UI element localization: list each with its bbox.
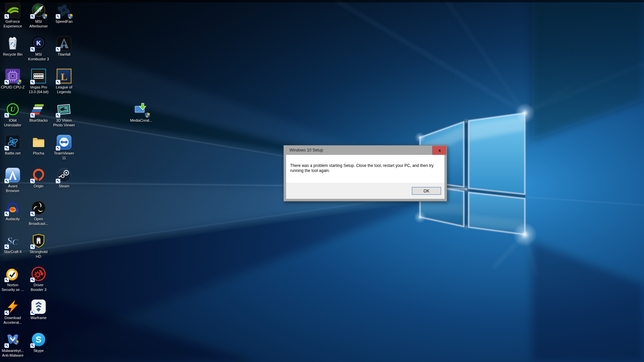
desktop-icon-3d-vision-photo-viewer[interactable]: 3D VisionPhoto Viewer	[51, 102, 77, 127]
dialog-titlebar[interactable]: Windows 10 Setup x	[284, 145, 447, 155]
desktop-icon-geforce-experience[interactable]: GeForceExperience	[0, 3, 25, 28]
desktop-icon-origin[interactable]: Origin	[26, 167, 51, 188]
shortcut-arrow-icon	[4, 278, 9, 282]
mediacreationtool-icon	[133, 102, 149, 117]
desktop-icon-download-accelerator[interactable]: DownloadAccelerat...	[0, 299, 25, 325]
desktop-icon-stronghold-hd[interactable]: StrongholdHD	[26, 233, 51, 259]
desktop-icon-msi-kombustor-3[interactable]: KMSIKombustor 3	[26, 36, 51, 61]
shortcut-arrow-icon	[30, 179, 35, 183]
desktop-icon-norton-security[interactable]: NortonSecurity se ...	[0, 266, 25, 292]
plocha-folder-icon	[31, 134, 46, 150]
desktop-icon-msi-afterburner[interactable]: MSIAfterburner	[26, 3, 51, 28]
desktop-icon-audacity[interactable]: Audacity	[0, 200, 25, 221]
recycle-bin-icon	[5, 36, 20, 51]
close-button[interactable]: x	[432, 146, 446, 155]
dialog-message-line2: running the tool again.	[290, 168, 440, 173]
shortcut-arrow-icon	[4, 244, 9, 249]
icon-label: MSIAfterburner	[26, 19, 51, 28]
icon-label: OpenBroadcast...	[26, 217, 51, 226]
shortcut-arrow-icon	[56, 80, 60, 84]
shortcut-arrow-icon	[56, 47, 60, 52]
icon-label: GeForceExperience	[0, 19, 25, 28]
shortcut-arrow-icon	[30, 244, 35, 249]
dialog-windows-10-setup: Windows 10 Setup x There was a problem s…	[283, 145, 447, 201]
icon-label: Malwarebyt...Anti-Malware	[0, 348, 25, 358]
titanfall-icon	[56, 36, 72, 51]
bluestacks-icon	[31, 102, 46, 117]
geforce-experience-icon	[5, 3, 20, 18]
battle-net-icon	[5, 134, 20, 150]
icon-label: StrongholdHD	[26, 249, 51, 259]
icon-label: League ofLegends	[51, 85, 77, 94]
icon-label: Steam	[51, 184, 77, 188]
avant-browser-icon	[5, 167, 20, 183]
shortcut-arrow-icon	[4, 14, 9, 19]
shortcut-arrow-icon	[56, 179, 60, 183]
desktop-icon-steam[interactable]: Steam	[51, 167, 77, 188]
warframe-icon	[31, 299, 46, 314]
desktop-icon-plocha-folder[interactable]: Plocha	[26, 134, 51, 156]
shortcut-arrow-icon	[30, 47, 35, 52]
desktop-icon-driver-booster-3[interactable]: DriverBooster 3	[26, 266, 51, 292]
shortcut-arrow-icon	[4, 146, 9, 150]
desktop-icon-vegas-pro[interactable]: Vegas Pro13.0 (64-bit)	[26, 68, 51, 94]
icon-label: TeamViewer11	[51, 151, 77, 160]
teamviewer-11-icon	[56, 134, 72, 150]
uac-shield-icon	[42, 13, 48, 19]
desktop-icon-starcraft-ii[interactable]: SCStarCraft II	[0, 233, 25, 254]
desktop-icon-titanfall[interactable]: Titanfall	[51, 36, 77, 57]
icon-label: SpeedFan	[51, 19, 77, 24]
desktop-icon-recycle-bin[interactable]: Recycle Bin	[0, 36, 25, 57]
open-broadcaster-icon	[31, 200, 46, 216]
icon-label: MediaCreat...	[128, 118, 154, 123]
shortcut-arrow-icon	[30, 278, 35, 282]
desktop-icon-malwarebytes[interactable]: Malwarebyt...Anti-Malware	[0, 332, 25, 358]
icon-label: BlueStacks	[26, 118, 51, 123]
desktop-icon-warframe[interactable]: Warframe	[26, 299, 51, 320]
icon-label: MSIKombustor 3	[26, 52, 51, 61]
uac-shield-icon	[67, 13, 73, 19]
icon-label: Battle.net	[0, 151, 25, 156]
desktop-icon-teamviewer-11[interactable]: TeamViewer11	[51, 134, 77, 160]
shortcut-arrow-icon	[30, 113, 35, 118]
icon-label: Vegas Pro13.0 (64-bit)	[26, 85, 51, 94]
dialog-message: There was a problem starting Setup. Clos…	[286, 155, 444, 183]
vegas-pro-icon	[31, 68, 46, 84]
icon-label: 3D VisionPhoto Viewer	[51, 118, 77, 127]
ok-button[interactable]: OK	[412, 187, 441, 195]
svg-text:C: C	[12, 237, 18, 247]
svg-text:S: S	[36, 335, 41, 345]
icon-label: Recycle Bin	[0, 52, 25, 57]
icon-label: IObitUninstaller	[0, 118, 25, 127]
download-accelerator-icon	[5, 299, 20, 314]
desktop-icon-cpuid-cpu-z[interactable]: CPUID CPU-Z	[0, 68, 25, 89]
desktop-icon-speedfan[interactable]: SpeedFan	[51, 3, 77, 24]
driver-booster-3-icon	[31, 266, 46, 282]
icon-label: NortonSecurity se ...	[0, 283, 25, 292]
desktop-icon-avant-browser[interactable]: AvantBrowser	[0, 167, 25, 193]
shortcut-arrow-icon	[4, 80, 9, 84]
desktop[interactable]: GeForceExperienceMSIAfterburnerSpeedFanR…	[0, 0, 644, 362]
shortcut-arrow-icon	[30, 310, 35, 315]
malwarebytes-icon	[5, 332, 20, 347]
shortcut-arrow-icon	[4, 113, 9, 118]
desktop-icon-iobit-uninstaller[interactable]: UIObitUninstaller	[0, 102, 25, 127]
shortcut-arrow-icon	[30, 212, 35, 216]
icon-label: CPUID CPU-Z	[0, 85, 25, 89]
shortcut-arrow-icon	[4, 310, 9, 315]
desktop-icon-mediacreationtool[interactable]: MediaCreat...	[128, 102, 154, 123]
desktop-icon-league-of-legends[interactable]: LLeague ofLegends	[51, 68, 77, 94]
desktop-icon-battle-net[interactable]: Battle.net	[0, 134, 25, 156]
3d-vision-photo-viewer-icon	[56, 102, 72, 117]
close-icon: x	[438, 148, 441, 153]
norton-security-icon	[5, 266, 20, 282]
shortcut-arrow-icon	[56, 14, 60, 19]
desktop-icon-bluestacks[interactable]: BlueStacks	[26, 102, 51, 123]
svg-text:L: L	[61, 71, 67, 82]
desktop-icon-open-broadcaster[interactable]: OpenBroadcast...	[26, 200, 51, 226]
svg-text:K: K	[36, 40, 41, 47]
origin-icon	[31, 167, 46, 183]
icon-label: AvantBrowser	[0, 184, 25, 193]
speedfan-icon	[56, 3, 72, 18]
desktop-icon-skype[interactable]: SSkype	[26, 332, 51, 353]
